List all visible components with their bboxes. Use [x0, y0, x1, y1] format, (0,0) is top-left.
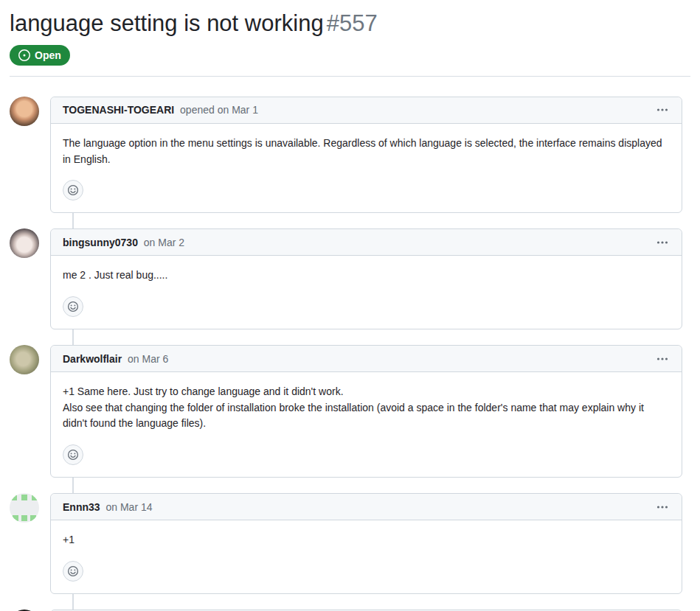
comment-byline: Darkwolflair on Mar 6: [63, 353, 168, 365]
smiley-icon: [67, 301, 79, 313]
timeline-connector: [72, 478, 74, 493]
add-reaction-button[interactable]: [63, 296, 83, 317]
kebab-menu-button[interactable]: [655, 101, 670, 119]
timeline-connector: [72, 213, 74, 228]
comment-body: me 2 . Just real bug.....: [51, 256, 682, 329]
comment-author[interactable]: TOGENASHI-TOGEARI: [63, 104, 174, 116]
comment-text: +1 Same here. Just try to change languag…: [63, 384, 670, 400]
kebab-menu-button[interactable]: [655, 498, 670, 516]
add-reaction-button[interactable]: [63, 561, 83, 582]
issue-state-badge: Open: [10, 45, 70, 66]
kebab-horizontal-icon: [656, 501, 668, 513]
comment-author[interactable]: Darkwolflair: [63, 353, 122, 365]
smiley-icon: [67, 565, 79, 577]
issue-title-text: language setting is not working: [10, 10, 324, 36]
comment-header: TOGENASHI-TOGEARI opened on Mar 1: [51, 97, 682, 124]
avatar[interactable]: [10, 493, 39, 523]
comment-text: Also see that changing the folder of ins…: [63, 400, 670, 432]
timeline-connector: [72, 594, 74, 610]
comment: bingsunny0730 on Mar 2 me 2 . Just real …: [10, 228, 682, 329]
comment-header: Darkwolflair on Mar 6: [51, 346, 682, 372]
comment: TOGENASHI-TOGEARI opened on Mar 1 The la…: [10, 97, 682, 213]
issue-header: language setting is not working#557 Open: [0, 0, 700, 66]
smiley-icon: [67, 449, 79, 461]
comment-box: Darkwolflair on Mar 6 +1 Same here. Just…: [50, 345, 682, 478]
comment-timeline: TOGENASHI-TOGEARI opened on Mar 1 The la…: [0, 77, 700, 611]
kebab-horizontal-icon: [656, 237, 668, 248]
kebab-menu-button[interactable]: [655, 234, 670, 251]
comment-author[interactable]: bingsunny0730: [63, 237, 138, 248]
comment-header: bingsunny0730 on Mar 2: [51, 229, 682, 256]
comment: Ennn33 on Mar 14 +1: [10, 493, 682, 594]
comment-byline: TOGENASHI-TOGEARI opened on Mar 1: [63, 104, 258, 116]
comment-body: +1: [51, 520, 682, 593]
issue-page: language setting is not working#557 Open…: [0, 0, 700, 611]
comment-header: Ennn33 on Mar 14: [51, 494, 682, 520]
comment-text: me 2 . Just real bug.....: [63, 268, 670, 284]
avatar[interactable]: [10, 97, 39, 126]
kebab-menu-button[interactable]: [655, 350, 670, 368]
state-row: Open: [10, 45, 682, 66]
comment-box: TOGENASHI-TOGEARI opened on Mar 1 The la…: [50, 97, 682, 213]
avatar[interactable]: [10, 345, 39, 374]
comment-date: on Mar 14: [105, 501, 152, 513]
comment-text: The language option in the menu settings…: [63, 136, 670, 167]
timeline-connector: [72, 329, 74, 345]
issue-number: #557: [327, 10, 378, 36]
issue-opened-icon: [18, 49, 30, 61]
add-reaction-button[interactable]: [63, 180, 83, 200]
kebab-horizontal-icon: [656, 104, 668, 116]
state-label: Open: [35, 49, 61, 62]
comment-box: Ennn33 on Mar 14 +1: [50, 493, 682, 594]
comment-box: bingsunny0730 on Mar 2 me 2 . Just real …: [50, 228, 682, 329]
issue-title: language setting is not working#557: [10, 10, 682, 38]
comment-body: +1 Same here. Just try to change languag…: [51, 372, 682, 477]
comment-byline: bingsunny0730 on Mar 2: [63, 237, 184, 248]
add-reaction-button[interactable]: [63, 444, 83, 465]
avatar[interactable]: [10, 228, 39, 258]
comment-byline: Ennn33 on Mar 14: [63, 501, 153, 513]
comment-date: on Mar 2: [144, 237, 184, 248]
comment-date: on Mar 6: [128, 353, 168, 365]
smiley-icon: [67, 184, 79, 196]
identicon: [10, 493, 39, 523]
comment: Darkwolflair on Mar 6 +1 Same here. Just…: [10, 345, 682, 478]
comment-body: The language option in the menu settings…: [51, 124, 682, 212]
comment-text: +1: [63, 532, 670, 548]
comment-date: opened on Mar 1: [180, 104, 258, 116]
kebab-horizontal-icon: [656, 353, 668, 365]
comment-author[interactable]: Ennn33: [63, 501, 100, 513]
